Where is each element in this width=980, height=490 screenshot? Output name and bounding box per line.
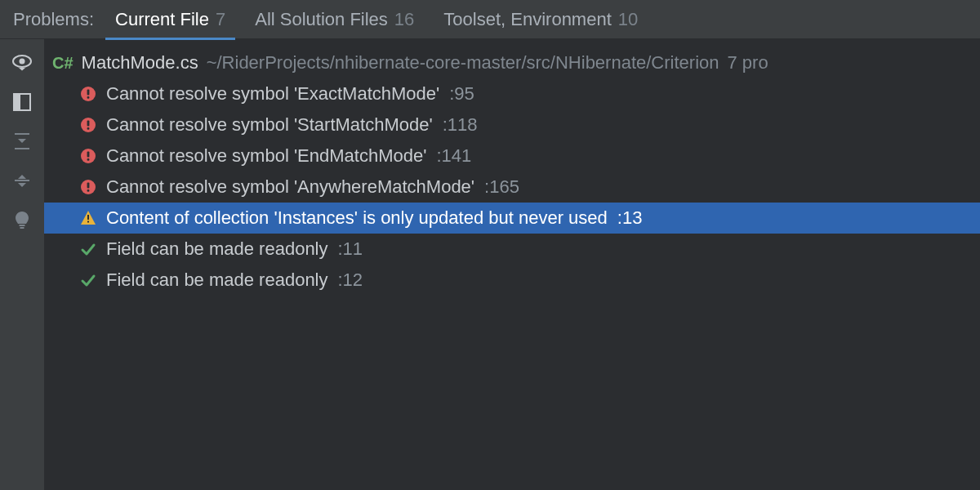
issue-line: :11: [338, 238, 363, 260]
expand-all-icon[interactable]: [13, 132, 31, 150]
svg-rect-18: [87, 127, 90, 130]
svg-rect-23: [87, 183, 90, 189]
issue-list: Cannot resolve symbol 'ExactMatchMode':9…: [44, 78, 980, 296]
issue-message: Cannot resolve symbol 'StartMatchMode': [106, 114, 433, 136]
problems-gutter: [0, 39, 44, 490]
file-header[interactable]: C# MatchMode.cs ~/RiderProjects/nhiberna…: [44, 52, 980, 78]
problems-label: Problems:: [10, 0, 100, 39]
split-view-icon[interactable]: [13, 93, 31, 111]
svg-rect-4: [14, 94, 20, 110]
tab-count: 7: [216, 0, 225, 39]
tab-label: All Solution Files: [255, 0, 388, 39]
problems-panel-body: C# MatchMode.cs ~/RiderProjects/nhiberna…: [0, 39, 980, 490]
ok-checkmark-icon: [80, 272, 96, 288]
svg-rect-21: [87, 158, 90, 161]
problems-tabbar: Problems: Current File 7 All Solution Fi…: [0, 0, 980, 39]
svg-rect-24: [87, 189, 90, 192]
intention-bulb-icon[interactable]: [14, 211, 30, 230]
collapse-all-icon[interactable]: [13, 172, 31, 189]
svg-rect-26: [87, 215, 89, 220]
svg-rect-14: [87, 90, 90, 96]
issue-row[interactable]: Field can be made readonly:12: [44, 265, 980, 296]
issue-row[interactable]: Cannot resolve symbol 'StartMatchMode':1…: [44, 109, 980, 140]
tab-label: Current File: [115, 0, 209, 39]
svg-marker-10: [18, 183, 26, 187]
issue-row[interactable]: Cannot resolve symbol 'EndMatchMode':141: [44, 140, 980, 172]
error-icon: [80, 86, 96, 102]
issue-message: Content of collection 'Instances' is onl…: [106, 207, 608, 229]
error-icon: [80, 117, 96, 133]
file-path: ~/RiderProjects/nhibernate-core-master/s…: [207, 52, 719, 74]
warning-icon: [80, 210, 96, 226]
issue-message: Cannot resolve symbol 'ExactMatchMode': [106, 83, 439, 105]
svg-marker-8: [18, 175, 26, 179]
svg-rect-20: [87, 152, 90, 158]
svg-point-1: [20, 59, 25, 65]
problems-count-suffix: 7 pro: [728, 52, 768, 74]
tab-count: 10: [618, 0, 638, 39]
issue-message: Cannot resolve symbol 'AnywhereMatchMode…: [106, 176, 474, 198]
svg-rect-12: [20, 227, 24, 229]
ok-checkmark-icon: [80, 241, 96, 257]
issue-row[interactable]: Content of collection 'Instances' is onl…: [44, 203, 980, 234]
csharp-file-icon: C#: [52, 54, 74, 73]
issue-line: :165: [484, 176, 519, 198]
error-icon: [80, 148, 96, 164]
issue-line: :12: [338, 270, 363, 291]
issue-row[interactable]: Field can be made readonly:11: [44, 234, 980, 265]
issue-line: :95: [449, 83, 474, 105]
tab-current-file[interactable]: Current File 7: [100, 0, 240, 39]
tab-toolset-environment[interactable]: Toolset, Environment 10: [429, 0, 653, 39]
tab-all-solution-files[interactable]: All Solution Files 16: [240, 0, 429, 39]
issue-message: Cannot resolve symbol 'EndMatchMode': [106, 145, 426, 167]
error-icon: [80, 179, 96, 195]
tab-label: Toolset, Environment: [443, 0, 611, 39]
issue-line: :118: [443, 114, 478, 136]
svg-rect-15: [87, 96, 90, 99]
issue-row[interactable]: Cannot resolve symbol 'ExactMatchMode':9…: [44, 78, 980, 109]
issue-row[interactable]: Cannot resolve symbol 'AnywhereMatchMode…: [44, 172, 980, 203]
tab-count: 16: [394, 0, 414, 39]
issue-message: Field can be made readonly: [106, 238, 328, 260]
svg-rect-11: [20, 225, 25, 226]
problems-content: C# MatchMode.cs ~/RiderProjects/nhiberna…: [44, 39, 980, 490]
issue-line: :141: [436, 145, 471, 167]
file-name: MatchMode.cs: [82, 52, 198, 74]
svg-rect-27: [87, 221, 89, 223]
eye-icon[interactable]: [11, 54, 33, 72]
issue-message: Field can be made readonly: [106, 270, 328, 291]
svg-marker-2: [19, 68, 25, 71]
svg-rect-17: [87, 121, 90, 127]
issue-line: :13: [617, 207, 643, 229]
svg-marker-6: [18, 139, 26, 143]
